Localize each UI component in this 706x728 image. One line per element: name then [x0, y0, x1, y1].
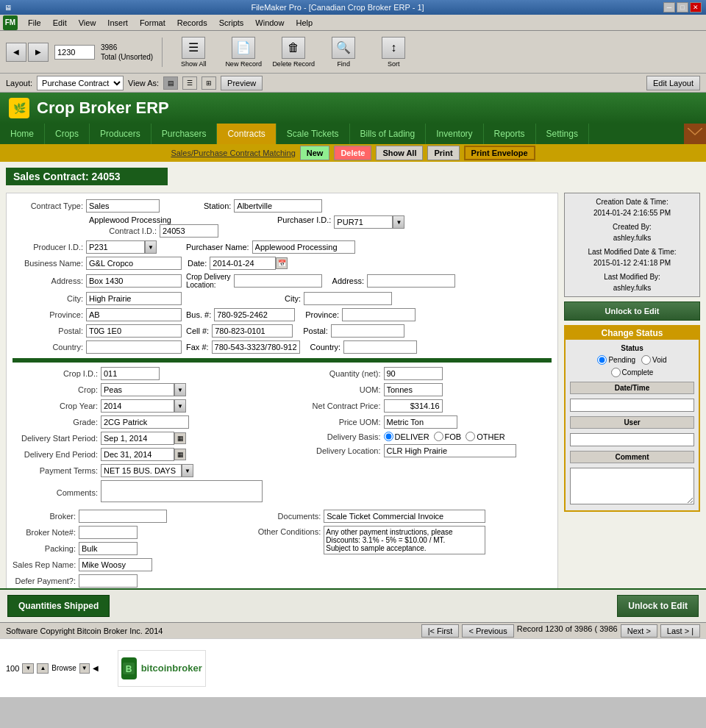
purchaser-id-input[interactable]: [334, 215, 393, 229]
defer-payment-input[interactable]: [79, 574, 138, 588]
date-calendar-icon[interactable]: 📅: [276, 257, 288, 269]
purchaser-id-dropdown[interactable]: ▼: [393, 215, 404, 229]
minimize-button[interactable]: ─: [663, 2, 675, 13]
preview-button[interactable]: Preview: [221, 76, 263, 90]
nav-bills-of-lading[interactable]: Bills of Lading: [350, 124, 427, 144]
void-option[interactable]: Void: [641, 355, 666, 365]
nav-envelope-icon[interactable]: [684, 124, 706, 144]
producer-id-dropdown[interactable]: ▼: [145, 240, 157, 254]
datetime-input[interactable]: [570, 399, 694, 412]
find-action[interactable]: 🔍 Find: [321, 37, 366, 68]
crop-id-input[interactable]: [101, 367, 160, 380]
crop-year-dropdown[interactable]: ▼: [174, 399, 186, 413]
contract-type-input[interactable]: [86, 199, 160, 213]
close-button[interactable]: ✕: [690, 2, 702, 13]
comment-textarea[interactable]: [570, 468, 694, 504]
complete-option[interactable]: Complete: [611, 368, 654, 377]
menu-file[interactable]: File: [22, 17, 47, 29]
menu-records[interactable]: Records: [171, 17, 213, 29]
purchaser-name-input[interactable]: [252, 240, 355, 254]
pending-option[interactable]: Pending: [597, 355, 635, 365]
menu-format[interactable]: Format: [134, 17, 171, 29]
maximize-button[interactable]: □: [677, 2, 688, 13]
next-button[interactable]: Next >: [621, 624, 657, 638]
nav-crops[interactable]: Crops: [45, 124, 90, 144]
country-input[interactable]: [86, 340, 182, 354]
crop-year-input[interactable]: [101, 399, 174, 413]
comments-textarea[interactable]: [101, 480, 263, 502]
postal-right-input[interactable]: [331, 324, 404, 338]
new-record-action[interactable]: 📄 New Record: [221, 37, 265, 68]
station-input[interactable]: [234, 199, 322, 213]
edit-layout-button[interactable]: Edit Layout: [646, 76, 700, 90]
menu-insert[interactable]: Insert: [101, 17, 134, 29]
zoom-down-button[interactable]: ▼: [22, 663, 34, 674]
subnav-showall-button[interactable]: Show All: [376, 146, 423, 160]
address-input[interactable]: [86, 274, 182, 288]
view-table-button[interactable]: ⊞: [202, 76, 216, 90]
grade-input[interactable]: [101, 415, 189, 429]
layout-dropdown[interactable]: Purchase Contract: [37, 76, 124, 90]
nav-contracts[interactable]: Contracts: [217, 124, 276, 144]
contract-id-input[interactable]: [160, 224, 218, 238]
quantities-shipped-button[interactable]: Quantities Shipped: [7, 595, 110, 617]
fax-input[interactable]: [212, 340, 300, 354]
payment-terms-input[interactable]: [101, 464, 182, 477]
address-right-input[interactable]: [367, 274, 455, 288]
subnav-new-button[interactable]: New: [300, 146, 330, 160]
bus-input[interactable]: [214, 308, 295, 321]
delivery-location-input[interactable]: [384, 444, 516, 457]
browse-dropdown[interactable]: ▼: [79, 663, 90, 674]
prev-button[interactable]: < Previous: [462, 624, 513, 638]
cell-input[interactable]: [212, 324, 293, 338]
nav-inventory[interactable]: Inventory: [426, 124, 483, 144]
uom-input[interactable]: [384, 383, 443, 396]
price-uom-input[interactable]: [384, 415, 457, 429]
deliver-option[interactable]: DELIVER: [384, 432, 429, 441]
nav-settings[interactable]: Settings: [536, 124, 589, 144]
nav-producers[interactable]: Producers: [90, 124, 151, 144]
payment-terms-dropdown[interactable]: ▼: [182, 464, 193, 477]
unlock-edit-side-button[interactable]: Unlock to Edit: [564, 301, 700, 321]
menu-help[interactable]: Help: [290, 17, 318, 29]
packing-input[interactable]: [79, 542, 138, 555]
city-right-input[interactable]: [304, 292, 392, 305]
delivery-end-input[interactable]: [101, 448, 174, 461]
nav-reports[interactable]: Reports: [484, 124, 536, 144]
user-input[interactable]: [570, 433, 694, 446]
producer-id-input[interactable]: [86, 240, 145, 254]
province-input[interactable]: [86, 308, 182, 321]
quantity-net-input[interactable]: [384, 367, 443, 380]
back-button[interactable]: ◀: [6, 43, 26, 62]
subnav-matching-link[interactable]: Sales/Purchase Contract Matching: [171, 149, 295, 157]
menu-scripts[interactable]: Scripts: [213, 17, 250, 29]
country-right-input[interactable]: [343, 340, 417, 354]
province-right-input[interactable]: [342, 308, 416, 321]
menu-edit[interactable]: Edit: [47, 17, 73, 29]
first-button[interactable]: |< First: [421, 624, 460, 638]
nav-home[interactable]: Home: [0, 124, 45, 144]
delivery-end-calendar[interactable]: ▦: [174, 449, 186, 460]
other-option[interactable]: OTHER: [466, 432, 505, 441]
nav-scale-tickets[interactable]: Scale Tickets: [277, 124, 350, 144]
unlock-to-edit-button[interactable]: Unlock to Edit: [617, 595, 699, 617]
broker-note-input[interactable]: [79, 526, 138, 539]
view-list-button[interactable]: ☰: [182, 76, 197, 90]
fob-option[interactable]: FOB: [434, 432, 462, 441]
crop-input[interactable]: [101, 383, 174, 396]
crop-dropdown[interactable]: ▼: [174, 383, 186, 396]
business-name-input[interactable]: [86, 257, 182, 270]
menu-view[interactable]: View: [73, 17, 102, 29]
record-input[interactable]: 1230: [54, 45, 95, 60]
view-form-button[interactable]: ▤: [163, 76, 178, 90]
show-all-action[interactable]: ☰ Show All: [171, 37, 215, 68]
delivery-start-calendar[interactable]: ▦: [174, 432, 186, 444]
nav-purchasers[interactable]: Purchasers: [151, 124, 218, 144]
crop-delivery-location-input[interactable]: [234, 274, 322, 288]
documents-input[interactable]: [324, 510, 485, 523]
zoom-up-button[interactable]: ▲: [37, 663, 49, 674]
date-input[interactable]: [210, 257, 276, 270]
broker-input[interactable]: [79, 510, 167, 523]
sort-action[interactable]: ↕ Sort: [371, 37, 416, 68]
subnav-delete-button[interactable]: Delete: [334, 146, 371, 160]
